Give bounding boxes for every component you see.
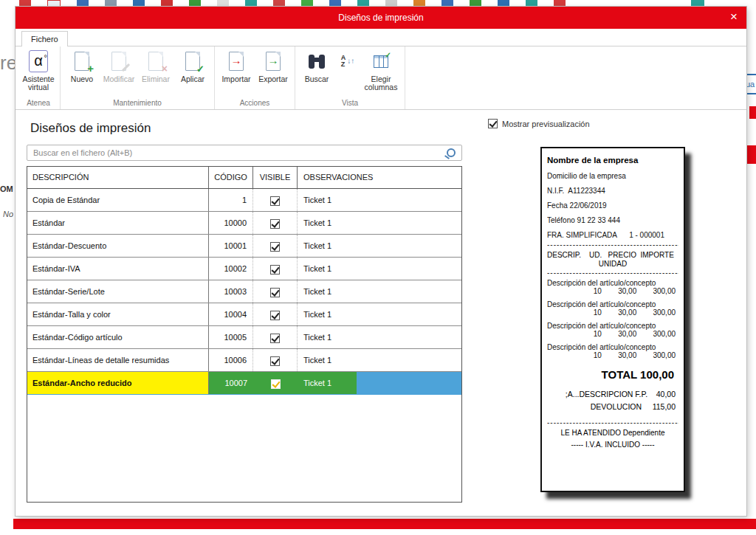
ribbon-group-label: Acciones	[218, 98, 292, 109]
receipt-preview: Nombre de la empresa Domicilio de la emp…	[540, 147, 685, 492]
table-row-selected[interactable]: Estándar-Ancho reducido 10007 Ticket 1	[27, 372, 461, 395]
alpha-assistant-icon: α	[29, 50, 48, 72]
receipt-invoice: FRA. SIMPLIFICADA 1 - 000001	[547, 231, 678, 239]
receipt-item: Descripción del artículo/concepto 10 30,…	[547, 322, 678, 338]
sort-button[interactable]: AZ ↓↑	[336, 48, 360, 75]
receipt-company: Nombre de la empresa	[547, 156, 678, 165]
receipt-refund: DEVOLUCION 115,00	[547, 402, 678, 411]
new-document-icon: +	[75, 52, 89, 71]
table-row[interactable]: Estándar-Líneas de detalle resumidas 100…	[27, 349, 461, 372]
receipt-columns: DESCRIP. UD. PRECIO IMPORTE	[547, 251, 678, 259]
search-box	[27, 145, 462, 161]
importar-button[interactable]: → Importar	[219, 48, 254, 83]
receipt-served-by: LE HA ATENDIDO Dependiente	[547, 429, 678, 437]
elegir-columnas-button[interactable]: ✓ Elegir columnas	[361, 48, 401, 92]
receipt-item: Descripción del artículo/concepto 10 30,…	[547, 279, 678, 295]
exportar-button[interactable]: → Exportar	[255, 48, 291, 83]
background-red-fragment	[747, 145, 756, 164]
designs-table: DESCRIPCIÓN CÓDIGO VISIBLE OBSERVACIONES…	[27, 166, 462, 503]
visible-checkbox[interactable]	[270, 311, 280, 320]
buscar-button[interactable]: Buscar	[299, 48, 334, 83]
receipt-vat-note: ----- I.V.A. INCLUIDO -----	[547, 441, 678, 449]
column-header-observaciones[interactable]: OBSERVACIONES	[298, 167, 461, 188]
dialog-titlebar: Diseños de impresión ×	[16, 7, 746, 29]
sort-az-icon: AZ ↓↑	[341, 55, 355, 68]
import-icon: →	[229, 52, 244, 71]
close-button[interactable]: ×	[730, 10, 738, 24]
column-header-visible[interactable]: VISIBLE	[253, 167, 298, 188]
receipt-item: Descripción del artículo/concepto 10 30,…	[547, 343, 678, 359]
visible-checkbox[interactable]	[270, 265, 280, 275]
background-text-fragment: OM	[0, 184, 13, 193]
background-red-fragment	[749, 106, 756, 119]
table-header: DESCRIPCIÓN CÓDIGO VISIBLE OBSERVACIONES	[27, 167, 461, 189]
ribbon-group-atenea: α Asistente virtual Atenea	[17, 46, 61, 109]
tab-fichero[interactable]: Fichero	[21, 31, 68, 48]
search-input[interactable]	[27, 145, 462, 161]
asistente-virtual-button[interactable]: α Asistente virtual	[21, 48, 56, 92]
eliminar-button[interactable]: × Eliminar	[138, 48, 173, 83]
ribbon-tabstrip: Fichero	[16, 29, 746, 46]
receipt-address: Domicilio de la empresa	[547, 172, 678, 180]
background-red-bar	[13, 519, 756, 529]
visible-checkbox[interactable]	[270, 288, 280, 297]
show-preview-toggle[interactable]: Mostrar previsualización	[488, 119, 590, 128]
binoculars-icon	[309, 55, 325, 69]
page-title: Diseños de impresión	[30, 121, 151, 136]
column-header-descripcion[interactable]: DESCRIPCIÓN	[27, 167, 209, 188]
search-icon[interactable]	[447, 148, 456, 157]
ribbon-group-label: Mantenimiento	[63, 98, 211, 109]
table-row[interactable]: Estándar-IVA 10002 Ticket 1	[27, 258, 461, 280]
receipt-item: Descripción del artículo/concepto 10 30,…	[547, 300, 678, 317]
preview-checkbox[interactable]	[488, 119, 498, 128]
aplicar-button[interactable]: ✓ Aplicar	[175, 48, 210, 83]
print-designs-dialog: Diseños de impresión × Fichero α Asisten…	[15, 6, 747, 517]
table-row[interactable]: Estándar-Descuento 10001 Ticket 1	[27, 235, 461, 258]
ribbon-group-acciones: → Importar → Exportar Acciones	[215, 46, 295, 109]
receipt-nif: N.I.F. A11223344	[547, 187, 678, 195]
visible-checkbox[interactable]	[271, 379, 281, 389]
visible-checkbox[interactable]	[270, 242, 280, 252]
ribbon: α Asistente virtual Atenea + Nuevo Modif…	[16, 46, 746, 110]
visible-checkbox[interactable]	[270, 219, 280, 229]
table-row[interactable]: Estándar-Código artículo 10005 Ticket 1	[27, 326, 461, 349]
ribbon-group-label: Vista	[298, 98, 402, 109]
column-header-codigo[interactable]: CÓDIGO	[209, 167, 253, 188]
preview-toggle-label: Mostrar previsualización	[502, 120, 590, 128]
visible-checkbox[interactable]	[270, 196, 280, 206]
receipt-payment: ;A...DESCRIPCION F.P. 40,00	[547, 390, 678, 398]
ribbon-group-mantenimiento: + Nuevo Modificar × Eliminar ✓ Aplicar	[61, 46, 215, 109]
delete-document-icon: ×	[148, 52, 163, 71]
table-row[interactable]: Estándar-Serie/Lote 10003 Ticket 1	[27, 280, 461, 303]
edit-document-icon	[111, 52, 126, 71]
ribbon-group-label: Atenea	[20, 98, 57, 109]
visible-checkbox[interactable]	[270, 356, 280, 366]
screen: re OM No ua Diseños de impresión × Fiche…	[0, 0, 756, 535]
nuevo-button[interactable]: + Nuevo	[64, 48, 100, 83]
table-row[interactable]: Estándar-Talla y color 10004 Ticket 1	[27, 303, 461, 326]
table-row[interactable]: Estándar 10000 Ticket 1	[27, 212, 461, 235]
receipt-date: Fecha 22/06/2019	[547, 201, 678, 210]
visible-checkbox[interactable]	[270, 334, 280, 343]
receipt-phone: Teléfono 91 22 33 444	[547, 216, 678, 224]
receipt-total: TOTAL 100,00	[547, 368, 678, 381]
background-text-fragment: No	[3, 210, 13, 218]
export-icon: →	[266, 52, 281, 71]
apply-document-icon: ✓	[185, 52, 200, 71]
ribbon-group-vista: Buscar AZ ↓↑ ✓ Elegir columnas	[295, 46, 405, 109]
modificar-button[interactable]: Modificar	[101, 48, 137, 83]
dialog-title: Diseños de impresión	[338, 13, 423, 23]
table-row[interactable]: Copia de Estándar 1 Ticket 1	[27, 189, 461, 212]
columns-icon: ✓	[374, 55, 388, 68]
